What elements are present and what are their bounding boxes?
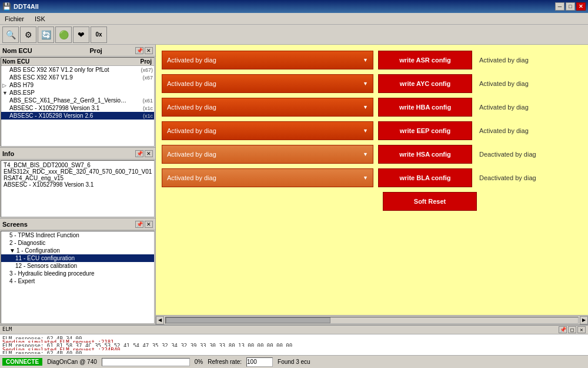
toolbar-heart[interactable]: ❤ [73, 26, 89, 43]
ecu-panel-title: Nom ECU Proj [2, 47, 102, 54]
toolbar-search[interactable]: 🔍 [2, 26, 19, 43]
ecu-col-nom: Nom ECU [2, 58, 129, 65]
list-item[interactable]: ABSESC - X10527998 Version 3.1 (x1c [1, 104, 154, 112]
soft-reset-button[interactable]: Soft Reset [383, 192, 477, 211]
config-status-0: Activated by diag [477, 57, 559, 64]
log-expand-button[interactable]: □ [568, 326, 576, 333]
dropdown-arrow-icon: ▼ [363, 57, 368, 63]
config-dropdown-1[interactable]: Activated by diag ▼ [162, 74, 373, 93]
config-row-1: Activated by diag ▼ write AYC config Act… [162, 74, 582, 93]
found-label: Found 3 ecu [278, 359, 310, 365]
write-eep-button[interactable]: write EEP config [378, 121, 472, 140]
screen-item[interactable]: 5 - TPMS Indirect Function [1, 231, 154, 239]
window-title: DDT4All [14, 3, 39, 10]
list-item[interactable]: ABS_ESC_X61_Phase_2_Gen9_1_Version_1.9 (… [1, 97, 154, 104]
config-dropdown-2[interactable]: Activated by diag ▼ [162, 98, 373, 117]
horizontal-scrollbar[interactable]: ◀ ▶ [156, 315, 588, 324]
info-panel-controls: 📌 ✕ [135, 150, 153, 157]
write-asr-button[interactable]: write ASR config [378, 51, 472, 69]
list-item[interactable]: ▼ ABS.ESP [1, 89, 154, 97]
menu-isk[interactable]: ISK [32, 14, 48, 24]
h-scroll-thumb[interactable] [166, 317, 330, 323]
ecu-pin-button[interactable]: 📌 [135, 47, 143, 54]
ecu-panel: Nom ECU Proj 📌 ✕ Nom ECU Proj [0, 45, 155, 148]
progress-bar [102, 358, 190, 366]
info-panel-header: Info 📌 ✕ [0, 148, 155, 160]
list-item[interactable]: ▷ ABS H79 [1, 81, 154, 89]
info-pin-button[interactable]: 📌 [135, 150, 143, 157]
dropdown-arrow-icon: ▼ [363, 104, 368, 110]
screens-panel-title: Screens [2, 221, 28, 228]
write-hsa-button[interactable]: write HSA config [378, 145, 472, 164]
screens-pin-button[interactable]: 📌 [135, 221, 143, 228]
dropdown-arrow-icon: ▼ [363, 175, 368, 181]
config-status-5: Deactivated by diag [477, 174, 559, 181]
write-bla-button[interactable]: write BLA config [378, 168, 472, 187]
ecu-close-button[interactable]: ✕ [145, 47, 153, 54]
dropdown-arrow-icon: ▼ [363, 128, 368, 134]
info-panel: Info 📌 ✕ T4_BCM_BIS_DDT2000_SW7_6 EMS312… [0, 148, 155, 218]
toolbar-refresh[interactable]: 🔄 [38, 26, 54, 43]
main-layout: Nom ECU Proj 📌 ✕ Nom ECU Proj [0, 45, 588, 324]
screen-item[interactable]: 2 - Diagnostic [1, 239, 154, 247]
left-panel: Nom ECU Proj 📌 ✕ Nom ECU Proj [0, 45, 156, 324]
write-ayc-button[interactable]: write AYC config [378, 74, 472, 93]
toolbar-hex[interactable]: 0x [91, 26, 107, 43]
config-dropdown-3[interactable]: Activated by diag ▼ [162, 121, 373, 140]
scroll-left-button[interactable]: ◀ [156, 316, 164, 324]
info-close-button[interactable]: ✕ [145, 150, 153, 157]
config-dropdown-4[interactable]: Activated by diag ▼ [162, 145, 373, 164]
config-dropdown-5[interactable]: Activated by diag ▼ [162, 168, 373, 187]
config-dropdown-0[interactable]: Activated by diag ▼ [162, 51, 373, 69]
ecu-list-header: Nom ECU Proj [1, 58, 154, 66]
info-line: T4_BCM_BIS_DDT2000_SW7_6 [4, 162, 152, 168]
config-row-2: Activated by diag ▼ write HBA config Act… [162, 98, 582, 117]
toolbar: 🔍 ⚙ 🔄 🟢 ❤ 0x [0, 25, 588, 45]
screen-item[interactable]: 4 - Expert [1, 277, 154, 285]
config-status-3: Activated by diag [477, 127, 559, 134]
info-line: EMS312x_RDC_xxx_RDE_320_470_570_600_710_… [4, 168, 152, 175]
menu-fichier[interactable]: Fichier [2, 14, 26, 24]
info-content: T4_BCM_BIS_DDT2000_SW7_6 EMS312x_RDC_xxx… [1, 160, 155, 217]
right-scroll-wrap: Activated by diag ▼ write ASR config Act… [156, 45, 588, 324]
right-panel: Activated by diag ▼ write ASR config Act… [156, 45, 588, 324]
list-item[interactable]: ABS ESC X92 X67 V1.9 (x67 [1, 74, 154, 81]
maximize-button[interactable]: □ [566, 2, 575, 11]
log-close-button[interactable]: ✕ [577, 326, 586, 333]
log-line: ELM response: 62 4B 40 00 [2, 350, 586, 354]
title-bar: 💾 DDT4All ─ □ ✕ [0, 0, 588, 13]
right-content-scroll[interactable]: Activated by diag ▼ write ASR config Act… [156, 45, 588, 315]
title-bar-left: 💾 DDT4All [2, 2, 39, 11]
screens-close-button[interactable]: ✕ [145, 221, 153, 228]
h-scroll-track[interactable] [165, 317, 579, 324]
info-line: RSAT4_ACU_eng_v15 [4, 175, 152, 181]
screens-panel-controls: 📌 ✕ [135, 221, 153, 228]
scroll-right-button[interactable]: ▶ [580, 316, 588, 324]
config-status-4: Deactivated by diag [477, 151, 559, 158]
menu-bar: Fichier ISK [0, 13, 588, 25]
close-button[interactable]: ✕ [576, 2, 586, 11]
screen-item[interactable]: ▼ 1 - Configuration [1, 247, 154, 254]
connecte-badge: CONNECTE [2, 358, 42, 366]
toolbar-gear[interactable]: ⚙ [20, 26, 36, 43]
toolbar-connect[interactable]: 🟢 [55, 26, 72, 43]
screens-list: 5 - TPMS Indirect Function 2 - Diagnosti… [1, 231, 155, 324]
percent-label: 0% [195, 359, 203, 365]
status-bar: CONNECTE DiagOnCan @ 740 0% Refresh rate… [0, 355, 588, 368]
log-panel-title: ELM [2, 326, 12, 333]
refresh-input[interactable] [246, 357, 273, 367]
list-item[interactable]: ABSESC - X105298 Version 2.6 (x1c [1, 112, 154, 120]
screen-item[interactable]: 12 - Sensors calibration [1, 262, 154, 270]
screens-panel-header: Screens 📌 ✕ [0, 218, 155, 230]
screen-item[interactable]: 3 - Hydraulic bleeding procedure [1, 270, 154, 277]
diag-label: DiagOnCan @ 740 [47, 359, 97, 365]
log-pin-button[interactable]: 📌 [559, 326, 567, 333]
minimize-button[interactable]: ─ [555, 2, 564, 11]
info-panel-title: Info [2, 150, 14, 157]
write-hba-button[interactable]: write HBA config [378, 98, 472, 117]
list-item[interactable]: ABS ESC X92 X67 V1.2 only for PfLot (x67… [1, 66, 154, 74]
screen-item[interactable]: 11 - ECU configuration [1, 254, 154, 262]
ecu-panel-controls: 📌 ✕ [135, 47, 153, 54]
config-row-4: Activated by diag ▼ write HSA config Dea… [162, 145, 582, 164]
dropdown-arrow-icon: ▼ [363, 81, 368, 87]
